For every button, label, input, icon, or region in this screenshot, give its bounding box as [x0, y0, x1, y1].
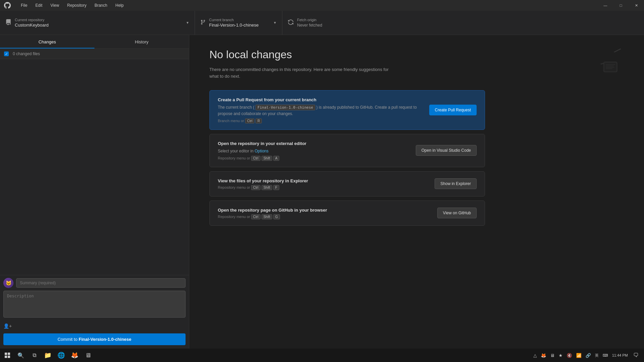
repo-icon [5, 19, 11, 27]
menu-view[interactable]: View [47, 2, 63, 9]
taskbar-right: △ 🦊 🖥 ★ 🔇 📶 🔗 英 ⌨ 11:44 PM 🗨 [532, 349, 641, 361]
system-tray: △ 🦊 🖥 ★ 🔇 📶 🔗 英 ⌨ [532, 352, 609, 359]
menu-branch[interactable]: Branch [91, 2, 111, 9]
commit-button[interactable]: Commit to Final-Version-1.0-chinese [3, 333, 186, 345]
select-all-checkbox[interactable] [4, 51, 9, 56]
menu-bar: File Edit View Repository Branch Help [17, 2, 127, 9]
external-editor-card-content: Open the repository in your external edi… [218, 141, 409, 160]
tray-link-icon[interactable]: 🔗 [584, 352, 592, 359]
fetch-origin-section[interactable]: Fetch origin Never fetched [282, 11, 370, 35]
github-page-card: Open the repository page on GitHub in yo… [209, 201, 485, 226]
main-layout: Changes History 0 changed files 🐱 👤+ Com… [0, 35, 644, 349]
explorer-key-shift: Shift [261, 185, 272, 190]
repo-chevron-icon: ▼ [186, 21, 189, 25]
avatar-image: 🐱 [3, 278, 13, 288]
fetch-label: Fetch origin [297, 18, 364, 22]
notification-button[interactable]: 🗨 [631, 349, 641, 361]
github-key-ctrl: Ctrl [251, 214, 260, 219]
tray-lang-en[interactable]: 英 [594, 352, 600, 359]
decoration-illustration [597, 45, 624, 76]
external-editor-shortcut: Repository menu or Ctrl Shift A [218, 156, 409, 160]
taskbar: 🔍 ⧉ 📁 🌐 🦊 🖥 △ 🦊 🖥 ★ 🔇 📶 🔗 英 ⌨ 11:44 PM 🗨 [0, 349, 644, 362]
current-repo-section[interactable]: Current repository CustomKeyboard ▼ [0, 11, 195, 35]
editor-key-shift: Shift [261, 156, 272, 161]
toolbar: Current repository CustomKeyboard ▼ Curr… [0, 11, 644, 35]
tray-wifi-icon[interactable]: 📶 [575, 352, 583, 359]
tab-changes[interactable]: Changes [0, 35, 94, 48]
avatar-summary-row: 🐱 [0, 275, 189, 291]
explorer-card: View the files of your repository in Exp… [209, 171, 485, 196]
explorer-key-ctrl: Ctrl [251, 185, 260, 190]
taskbar-left: 🔍 ⧉ 📁 🌐 🦊 🖥 [1, 349, 94, 361]
github-logo-icon [4, 2, 11, 9]
tab-history[interactable]: History [94, 35, 189, 48]
no-changes-title: No local changes [209, 48, 624, 61]
taskbar-app-explorer[interactable]: 📁 [42, 349, 54, 361]
open-vscode-button[interactable]: Open in Visual Studio Code [416, 145, 477, 156]
tray-star-icon[interactable]: ★ [557, 352, 564, 359]
github-page-card-content: Open the repository page on GitHub in yo… [218, 208, 431, 219]
sidebar-tabs: Changes History [0, 35, 189, 49]
pr-desc-before: The current branch ( [218, 105, 254, 110]
taskbar-app-monitor[interactable]: 🖥 [82, 349, 94, 361]
menu-repository[interactable]: Repository [64, 2, 90, 9]
menu-edit[interactable]: Edit [32, 2, 46, 9]
options-link[interactable]: Options [254, 149, 268, 153]
explorer-title: View the files of your repository in Exp… [218, 178, 428, 183]
tray-fox-icon[interactable]: 🦊 [539, 352, 548, 359]
branch-label: Current branch [209, 18, 271, 22]
maximize-button[interactable]: □ [613, 0, 629, 11]
start-button[interactable] [1, 349, 13, 361]
sidebar-file-list [0, 59, 189, 275]
tray-volume-icon[interactable]: 🔇 [565, 352, 573, 359]
create-pull-request-button[interactable]: Create Pull Request [429, 105, 477, 115]
svg-rect-8 [5, 356, 7, 358]
branch-value: Final-Version-1.0-chinese [209, 23, 258, 28]
branch-text: Current branch Final-Version-1.0-chinese [209, 18, 271, 28]
current-branch-section[interactable]: Current branch Final-Version-1.0-chinese… [195, 11, 282, 35]
explorer-shortcut: Repository menu or Ctrl Shift F [218, 185, 428, 189]
external-editor-desc: Select your editor in Options [218, 148, 409, 154]
taskview-button[interactable]: ⧉ [28, 349, 40, 361]
svg-rect-9 [8, 356, 10, 358]
editor-key-ctrl: Ctrl [251, 156, 260, 161]
external-editor-card: Open the repository in your external edi… [209, 134, 485, 167]
menu-help[interactable]: Help [112, 2, 127, 9]
close-button[interactable]: ✕ [629, 0, 644, 11]
taskbar-time: 11:44 PM [612, 353, 628, 358]
tray-keyboard-icon[interactable]: ⌨ [601, 353, 609, 358]
tray-expand-icon[interactable]: △ [532, 352, 538, 359]
view-on-github-button[interactable]: View on GitHub [437, 208, 477, 218]
tray-monitor-icon[interactable]: 🖥 [549, 352, 556, 359]
no-changes-subtitle: There are no uncommitted changes in this… [209, 66, 398, 79]
description-area [3, 291, 186, 319]
sidebar: Changes History 0 changed files 🐱 👤+ Com… [0, 35, 189, 349]
show-in-explorer-button[interactable]: Show in Explorer [435, 178, 477, 189]
sync-icon [288, 19, 294, 26]
title-bar-controls: — □ ✕ [598, 0, 644, 11]
pr-key-ctrl: Ctrl [245, 118, 254, 123]
branch-chevron-icon: ▼ [273, 21, 277, 25]
explorer-key-f: F [273, 185, 279, 190]
title-bar: File Edit View Repository Branch Help — … [0, 0, 644, 11]
pull-request-card-content: Create a Pull Request from your current … [218, 97, 422, 123]
taskbar-app-edge[interactable]: 🌐 [55, 349, 67, 361]
repo-value: CustomKeyboard [15, 23, 48, 28]
pr-key-r: R [255, 118, 262, 123]
svg-rect-1 [605, 63, 616, 71]
branch-icon [200, 20, 206, 26]
menu-file[interactable]: File [17, 2, 31, 9]
pull-request-card-desc: The current branch ( Final-Version-1.0-c… [218, 104, 422, 117]
taskbar-app-firefox[interactable]: 🦊 [69, 349, 81, 361]
fetch-status: Never fetched [297, 23, 322, 28]
minimize-button[interactable]: — [598, 0, 613, 11]
repo-label: Current repository [15, 18, 183, 22]
search-taskbar-button[interactable]: 🔍 [15, 349, 27, 361]
pull-request-shortcut: Branch menu or Ctrl R [218, 119, 422, 123]
pull-request-card-title: Create a Pull Request from your current … [218, 97, 422, 102]
github-page-title: Open the repository page on GitHub in yo… [218, 208, 431, 213]
add-coauthor-button[interactable]: 👤+ [0, 321, 189, 331]
summary-input[interactable] [16, 278, 186, 288]
changed-files-row: 0 changed files [0, 49, 189, 59]
description-input[interactable] [3, 291, 186, 318]
